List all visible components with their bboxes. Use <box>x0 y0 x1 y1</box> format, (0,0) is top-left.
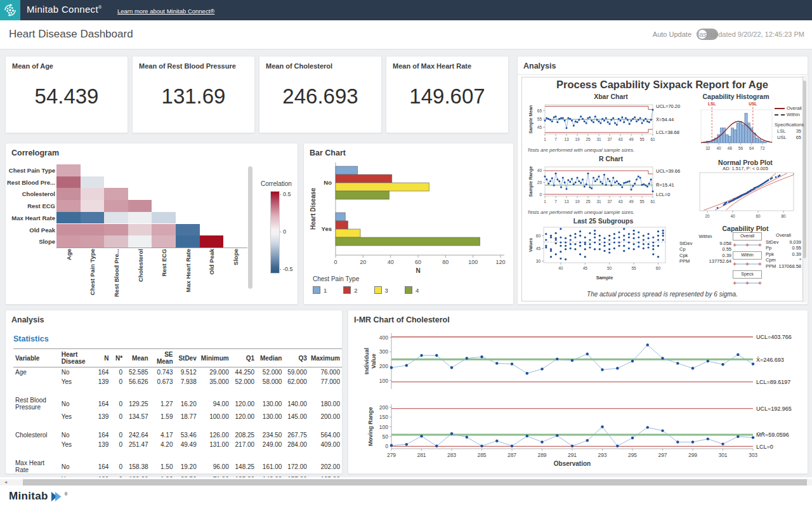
capability-histogram-svg: LSLUSL324048566472 <box>695 101 776 159</box>
svg-text:UCL=403.766: UCL=403.766 <box>756 334 792 340</box>
table-cell: 161.00 <box>256 458 284 475</box>
legend-item: 3 <box>374 286 388 294</box>
table-cell: 131.00 <box>199 440 231 449</box>
xbar-note: Tests are performed with unequal sample … <box>527 147 634 153</box>
stat-label: Pp <box>766 245 771 251</box>
scroll-left-arrow[interactable]: ◄ <box>0 479 11 486</box>
kpi-value: 131.69 <box>133 84 254 109</box>
table-cell: 130.00 <box>256 412 284 421</box>
correlogram-cell <box>104 188 128 200</box>
correlation-colorbar <box>270 191 280 274</box>
table-header: N* <box>110 349 124 367</box>
correlogram-cell <box>81 200 105 212</box>
colorbar-title: Correlation <box>261 180 292 187</box>
svg-text:13: 13 <box>564 137 569 142</box>
svg-text:7: 7 <box>554 199 557 204</box>
table-header: Minimum <box>199 349 231 367</box>
horizontal-scrollbar[interactable]: ◄ <box>0 479 812 486</box>
svg-text:UCL=192.965: UCL=192.965 <box>756 406 792 412</box>
panel-title: Analysis <box>11 315 44 324</box>
kpi-label: Mean of Age <box>12 62 53 70</box>
bar-chart-panel: Bar Chart 020406080100120NoYesNHeart Dis… <box>303 143 514 305</box>
svg-text:48: 48 <box>728 146 733 150</box>
table-header: Heart Disease <box>60 349 94 367</box>
table-cell: 140.00 <box>284 395 308 412</box>
correlogram-cell <box>104 235 128 248</box>
interval-plot <box>733 279 762 287</box>
table-cell: 158.38 <box>124 458 150 475</box>
legend-item: 2 <box>343 286 357 294</box>
svg-text:30: 30 <box>536 259 541 263</box>
stat-row: Cp0.55 <box>679 246 731 253</box>
auto-update-label: Auto Update <box>653 30 691 38</box>
spec-label: USL <box>777 135 787 141</box>
svg-text:25: 25 <box>586 199 591 204</box>
svg-text:287: 287 <box>508 452 516 458</box>
svg-text:200: 200 <box>379 404 388 411</box>
stat-value: 137752.64 <box>709 258 731 265</box>
svg-text:19: 19 <box>575 199 580 204</box>
stat-value: 0.55 <box>722 246 731 253</box>
minitab-connect-logo[interactable] <box>0 0 20 20</box>
svg-text:49: 49 <box>629 137 634 142</box>
interval-plot <box>733 241 762 249</box>
kpi-value: 149.607 <box>386 84 508 109</box>
svg-text:100: 100 <box>379 378 388 384</box>
svg-text:Heart Disease: Heart Disease <box>310 187 317 230</box>
table-cell: 139 <box>94 377 110 387</box>
svg-text:279: 279 <box>387 452 396 458</box>
table-cell <box>13 377 60 387</box>
within-line-swatch <box>775 114 785 116</box>
svg-text:40: 40 <box>716 146 721 150</box>
svg-text:300: 300 <box>379 348 388 355</box>
registered-mark: ® <box>98 5 102 10</box>
table-cell: 56.626 <box>124 377 150 387</box>
table-cell: 130.00 <box>256 395 284 412</box>
table-cell: 164 <box>94 458 110 475</box>
minitab-footer-logo[interactable]: Minitab ® <box>9 490 68 503</box>
specifications-title: Specifications <box>775 122 804 128</box>
svg-text:55: 55 <box>537 117 542 121</box>
table-row: Max Heart RateNo1640158.381.5019.2096.00… <box>13 458 342 475</box>
table-cell: 249.00 <box>256 440 284 449</box>
capability-boxes: OverallWithinSpecs <box>733 232 762 291</box>
table-cell: 9.512 <box>175 367 199 378</box>
correlogram-row-label: Max Heart Rate <box>7 215 55 221</box>
correlogram-scrollbar[interactable] <box>248 166 252 289</box>
table-cell: 202.00 <box>309 458 342 475</box>
report-title: Process Capability Sixpack Report for Ag… <box>522 79 802 91</box>
correlogram-col-label: Old Peak <box>208 249 215 300</box>
learn-more-link[interactable]: Learn more about Minitab Connect® <box>117 8 214 15</box>
svg-text:13: 13 <box>564 199 569 204</box>
svg-text:43: 43 <box>618 199 623 204</box>
capability-histogram-title: Capability Histogram <box>695 93 777 100</box>
correlogram-row-label: Rest Blood Pre... <box>7 179 55 186</box>
correlogram-body: Chest Pain TypeRest Blood Pre...Choleste… <box>6 143 298 304</box>
scroll-thumb[interactable] <box>23 479 807 486</box>
correlogram-col-label: Chest Pain Type <box>89 249 96 300</box>
svg-text:55: 55 <box>639 137 645 142</box>
table-cell: 7.938 <box>175 377 199 387</box>
kpi-label: Mean of Cholesterol <box>266 62 332 70</box>
table-cell: 120.00 <box>231 412 256 421</box>
table-cell: 4.20 <box>150 440 175 449</box>
svg-text:X̄=246.693: X̄=246.693 <box>756 357 784 363</box>
panel-title: I-MR Chart of Cholesterol <box>354 315 450 324</box>
table-cell: 284.00 <box>284 440 308 449</box>
kpi-card-age: Mean of Age 54.439 <box>5 56 128 133</box>
svg-text:25: 25 <box>586 137 591 142</box>
svg-text:291: 291 <box>568 452 577 458</box>
table-gap-row <box>13 421 342 430</box>
table-row: Yes1390251.474.2049.49131.00217.00249.00… <box>13 440 342 449</box>
stat-row: Cpm* <box>766 257 801 263</box>
table-cell: 409.00 <box>309 440 342 449</box>
svg-text:43: 43 <box>618 137 623 142</box>
sixpack-footnote: The actual process spread is represented… <box>522 291 802 298</box>
svg-text:UCL=39.66: UCL=39.66 <box>656 168 680 174</box>
table-cell: 59.000 <box>284 367 308 378</box>
table-cell <box>13 412 60 421</box>
legend-label: 4 <box>416 287 419 294</box>
correlogram-cell <box>56 164 81 176</box>
legend-item: 4 <box>405 286 419 294</box>
statistics-section-link[interactable]: Statistics <box>13 334 49 343</box>
